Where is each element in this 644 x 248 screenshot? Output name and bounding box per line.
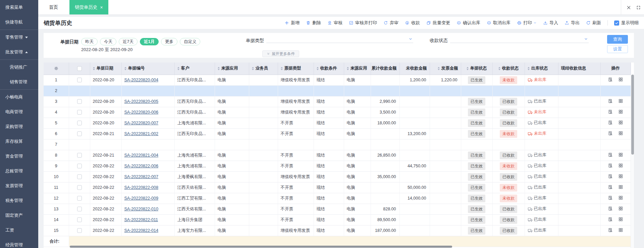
doc-number-link[interactable]: SA-20220820-006 bbox=[124, 110, 158, 115]
view-document-icon[interactable] bbox=[608, 131, 613, 136]
column-header-source2[interactable]: 来源应用 bbox=[344, 63, 371, 75]
sort-icon[interactable] bbox=[124, 67, 126, 70]
sidebar-item-电商管理[interactable]: 电商管理 bbox=[0, 105, 38, 119]
doc-number-link[interactable]: SA-20220820-005 bbox=[124, 99, 158, 104]
sort-icon[interactable] bbox=[218, 67, 220, 70]
vertical-scrollbar-thumb[interactable] bbox=[631, 75, 634, 155]
column-header-invoice_type[interactable]: 票据类型 bbox=[278, 63, 314, 75]
row-checkbox[interactable] bbox=[77, 153, 82, 158]
related-docs-icon[interactable] bbox=[618, 228, 623, 233]
related-docs-icon[interactable] bbox=[618, 109, 623, 114]
related-docs-icon[interactable] bbox=[618, 120, 623, 125]
search-button[interactable]: 查询 bbox=[607, 35, 628, 44]
doc-number-link[interactable]: SA-20220822-007 bbox=[124, 174, 158, 179]
horizontal-scrollbar[interactable] bbox=[70, 246, 452, 248]
doc-number-link[interactable]: SA-20220822-014 bbox=[124, 228, 158, 233]
toolbar-button-coin[interactable]: 收款 bbox=[405, 20, 420, 26]
sidebar-item-营销推广[interactable]: 营销推广 bbox=[0, 60, 38, 75]
doc-number-link[interactable]: SA-20220822-006 bbox=[124, 164, 158, 168]
row-checkbox[interactable] bbox=[77, 228, 82, 233]
table-row[interactable]: 82022-08-21SA-20220821-004上海先浦有限...电脑不开票… bbox=[44, 150, 631, 161]
view-document-icon[interactable] bbox=[608, 109, 613, 114]
doc-number-link[interactable]: SA-20220821-004 bbox=[124, 153, 158, 158]
column-header-docno[interactable]: 单据编号 bbox=[121, 63, 174, 75]
related-docs-icon[interactable] bbox=[618, 163, 623, 168]
sort-icon[interactable] bbox=[528, 67, 530, 70]
view-document-icon[interactable] bbox=[608, 163, 613, 168]
view-document-icon[interactable] bbox=[608, 184, 613, 190]
sort-icon[interactable] bbox=[498, 67, 500, 70]
table-row[interactable]: 142022-08-22SA-20220822-011上海日升集团电脑不开票现结… bbox=[44, 214, 631, 225]
view-document-icon[interactable] bbox=[608, 152, 613, 157]
toolbar-button-box-cancel[interactable]: 取消出库 bbox=[487, 20, 511, 26]
table-row[interactable]: 52022-08-20SA-20220820-007上海先浦有限...电脑不开票… bbox=[44, 118, 631, 128]
expand-more-button[interactable]: 展开更多条件 bbox=[262, 50, 299, 57]
table-row[interactable]: 2 bbox=[44, 85, 631, 96]
settings-button[interactable]: 设置 bbox=[607, 45, 628, 53]
table-row[interactable]: 42022-08-20SA-20220820-006江西无印良品...电脑增值税… bbox=[44, 107, 631, 118]
row-checkbox[interactable] bbox=[77, 196, 82, 201]
sidebar-item-总账管理[interactable]: 总账管理 bbox=[0, 164, 38, 178]
related-docs-icon[interactable] bbox=[618, 131, 623, 136]
view-document-icon[interactable] bbox=[608, 217, 613, 222]
row-checkbox[interactable] bbox=[77, 185, 82, 190]
doc-type-select[interactable] bbox=[266, 34, 413, 43]
table-row[interactable]: 7 bbox=[44, 139, 631, 150]
sort-icon[interactable] bbox=[252, 67, 254, 70]
date-range-value[interactable]: 2022-08-20 至 2022-09-20 bbox=[81, 47, 132, 53]
checked-checkbox-icon[interactable] bbox=[614, 20, 619, 26]
toolbar-button-batch[interactable]: 批量变更 bbox=[426, 20, 450, 26]
sidebar-item-零售管理[interactable]: 零售管理 bbox=[0, 30, 38, 45]
sidebar-item-固定资产[interactable]: 固定资产 bbox=[0, 208, 38, 223]
toolbar-button-stamp-print[interactable]: 审核并打印 bbox=[349, 20, 377, 26]
related-docs-icon[interactable] bbox=[618, 98, 623, 104]
sidebar-item-销售管理[interactable]: 销售管理 bbox=[0, 75, 38, 89]
related-docs-icon[interactable] bbox=[618, 77, 623, 82]
sort-icon[interactable] bbox=[467, 67, 469, 70]
sidebar-item-搜索菜单[interactable]: 搜索菜单 bbox=[0, 0, 38, 15]
table-row[interactable]: 62022-08-21SA-20220821-002江西无印良品...电脑不开票… bbox=[44, 128, 631, 139]
gear-icon[interactable] bbox=[54, 66, 59, 71]
toolbar-button-stamp[interactable]: 审核 bbox=[327, 20, 342, 26]
toolbar-button-printer[interactable]: 打印 bbox=[517, 20, 537, 26]
view-document-icon[interactable] bbox=[608, 195, 613, 200]
date-pill-自定义[interactable]: 自定义 bbox=[180, 38, 201, 45]
column-header-out_status[interactable]: 出库状态 bbox=[525, 63, 558, 75]
related-docs-icon[interactable] bbox=[618, 174, 623, 179]
vertical-scrollbar[interactable] bbox=[631, 75, 634, 248]
sort-icon[interactable] bbox=[177, 67, 179, 70]
row-checkbox[interactable] bbox=[77, 78, 82, 82]
tab-close-icon[interactable]: × bbox=[100, 5, 103, 10]
sidebar-item-发票管理[interactable]: 发票管理 bbox=[0, 178, 38, 193]
related-docs-icon[interactable] bbox=[618, 206, 623, 211]
doc-number-link[interactable]: SA-20220822-010 bbox=[124, 207, 158, 211]
sort-icon[interactable] bbox=[93, 67, 95, 70]
tab-home[interactable]: 首页 bbox=[41, 0, 66, 14]
table-row[interactable]: 132022-08-22SA-20220822-010江西天佑有限...电脑不开… bbox=[44, 204, 631, 214]
close-icon[interactable] bbox=[627, 5, 631, 10]
column-header-source[interactable]: 来源应用 bbox=[215, 63, 249, 75]
toolbar-button-box-confirm[interactable]: 确认出库 bbox=[457, 20, 480, 26]
payment-status-select[interactable] bbox=[450, 34, 589, 43]
toolbar-button-discard[interactable]: 弃审 bbox=[383, 20, 398, 26]
sort-icon[interactable] bbox=[347, 67, 349, 70]
row-checkbox[interactable] bbox=[77, 174, 82, 179]
sidebar-item-批发管理[interactable]: 批发管理 bbox=[0, 45, 38, 59]
column-header-pay_status[interactable]: 收款状态 bbox=[492, 63, 525, 75]
table-row[interactable]: 102022-08-22SA-20220822-007上海爱枫有限...电脑增值… bbox=[44, 171, 631, 182]
row-checkbox[interactable] bbox=[77, 121, 82, 125]
view-document-icon[interactable] bbox=[608, 174, 613, 179]
toolbar-button-trash[interactable]: 删除 bbox=[306, 20, 321, 26]
table-row[interactable]: 12022-08-20SA-20220820-004江西无印良品...电脑增值税… bbox=[44, 75, 631, 85]
toolbar-button-plus[interactable]: 新增 bbox=[284, 20, 300, 26]
related-docs-icon[interactable] bbox=[618, 195, 623, 200]
select-all-checkbox[interactable] bbox=[77, 66, 82, 71]
table-row[interactable]: 152022-08-22SA-20220822-014上海宝力有限...电脑增值… bbox=[44, 225, 631, 236]
column-header-invoice_amt[interactable]: 发票金额 bbox=[430, 63, 461, 75]
sidebar-item-快捷导航[interactable]: 快捷导航 bbox=[0, 15, 38, 30]
doc-number-link[interactable]: SA-20220821-002 bbox=[124, 131, 158, 136]
toolbar-button-refresh[interactable]: 刷新 bbox=[586, 20, 601, 26]
view-document-icon[interactable] bbox=[608, 228, 613, 233]
sidebar-item-税务管理[interactable]: 税务管理 bbox=[0, 193, 38, 208]
doc-number-link[interactable]: SA-20220822-008 bbox=[124, 185, 158, 190]
